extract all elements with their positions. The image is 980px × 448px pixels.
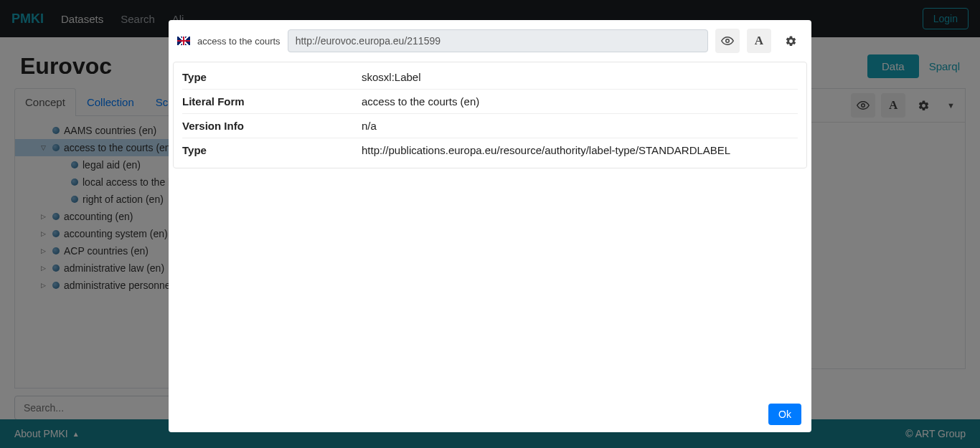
font-icon[interactable]: A [747, 29, 771, 53]
property-row: Typehttp://publications.europa.eu/resour… [182, 138, 798, 162]
resource-modal: access to the courts A Typeskosxl:LabelL… [169, 20, 811, 420]
eye-icon[interactable] [715, 29, 740, 53]
property-value: http://publications.europa.eu/resource/a… [362, 144, 798, 156]
property-key: Type [182, 71, 362, 83]
property-value: skosxl:Label [362, 71, 798, 83]
property-value: access to the courts (en) [362, 95, 798, 108]
flag-uk-icon [177, 37, 190, 45]
modal-body: Typeskosxl:LabelLiteral Formaccess to th… [173, 62, 807, 168]
modal-resource-label: access to the courts [197, 36, 281, 47]
property-row: Version Infon/a [182, 114, 798, 138]
svg-point-1 [726, 39, 730, 43]
property-row: Typeskosxl:Label [182, 65, 798, 90]
modal-uri-input[interactable] [288, 29, 708, 52]
modal-footer: Ok [169, 396, 811, 420]
ok-button[interactable]: Ok [768, 404, 801, 420]
gear-icon[interactable] [778, 29, 803, 53]
property-value: n/a [362, 120, 798, 132]
modal-header: access to the courts A [169, 20, 811, 62]
property-key: Version Info [182, 120, 362, 132]
property-key: Literal Form [182, 95, 362, 108]
property-key: Type [182, 144, 362, 156]
property-row: Literal Formaccess to the courts (en) [182, 90, 798, 114]
